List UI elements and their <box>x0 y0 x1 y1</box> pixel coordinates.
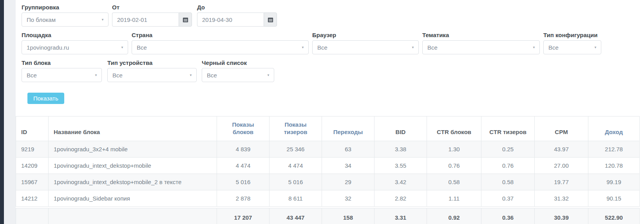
cell-teaser-shows: 4 474 <box>270 158 322 174</box>
country-label: Страна <box>132 32 309 38</box>
theme-value: Все <box>427 44 438 51</box>
calendar-icon <box>183 17 188 23</box>
theme-select[interactable]: Все ▼ <box>422 40 540 54</box>
cell-income: 120.78 <box>588 158 640 174</box>
grouping-select[interactable]: По блокам ▼ <box>22 13 109 27</box>
filter-block-type: Тип блока Все ▼ <box>22 59 102 82</box>
cell-ctr-teasers: 0.25 <box>481 141 535 158</box>
filter-theme: Тематика Все ▼ <box>422 32 540 54</box>
totals-ctr-teasers: 0.36 <box>481 208 535 224</box>
date-from-calendar-button[interactable] <box>179 13 192 27</box>
totals-block-shows: 17 207 <box>217 208 270 224</box>
cell-income: 212.78 <box>588 141 640 158</box>
column-header-clicks[interactable]: Переходы <box>322 116 374 141</box>
filter-date-from: От <box>112 4 192 27</box>
filters-panel: Группировка По блокам ▼ От <box>16 4 644 104</box>
stats-table-totals: 17 207 43 447 158 3.31 0.92 0.36 30.39 5… <box>16 208 640 224</box>
show-button[interactable]: Показать <box>27 93 64 104</box>
column-header-bid: BID <box>374 116 427 141</box>
sidebar-edge <box>0 0 4 224</box>
cell-ctr-blocks: 1.11 <box>427 190 481 207</box>
cell-id: 14209 <box>16 158 49 174</box>
chevron-down-icon: ▼ <box>267 73 270 77</box>
blacklist-value: Все <box>207 72 217 79</box>
column-header-teaser-shows[interactable]: Показы тизеров <box>270 116 322 141</box>
block-type-select[interactable]: Все ▼ <box>22 68 102 82</box>
date-to-calendar-button[interactable] <box>264 13 277 27</box>
cell-ctr-blocks: 0.58 <box>427 174 481 190</box>
cell-clicks: 29 <box>322 174 374 190</box>
stats-table-wrap: ID Название блока Показы блоков Показы т… <box>16 116 644 224</box>
config-type-select[interactable]: Все ▼ <box>543 40 601 54</box>
platform-select[interactable]: 1povinogradu.ru ▼ <box>22 40 128 54</box>
config-type-value: Все <box>548 44 559 51</box>
column-header-block-shows[interactable]: Показы блоков <box>217 116 270 141</box>
device-type-select[interactable]: Все ▼ <box>107 68 197 82</box>
cell-cpm: 31.32 <box>535 190 588 207</box>
cell-bid: 3.38 <box>374 141 427 158</box>
country-select[interactable]: Все ▼ <box>132 40 309 54</box>
cell-ctr-teasers: 0.76 <box>481 158 535 174</box>
chevron-down-icon: ▼ <box>301 46 304 49</box>
cell-ctr-blocks: 1.30 <box>427 141 481 158</box>
totals-ctr-blocks: 0.92 <box>427 208 481 224</box>
totals-empty-cell <box>16 208 49 224</box>
calendar-icon <box>268 17 273 23</box>
totals-cpm: 30.39 <box>535 208 588 224</box>
blacklist-select[interactable]: Все ▼ <box>202 68 274 82</box>
filter-grouping: Группировка По блокам ▼ <box>22 4 109 27</box>
cell-ctr-blocks: 0.76 <box>427 158 481 174</box>
chevron-down-icon: ▼ <box>594 46 597 49</box>
theme-label: Тематика <box>422 32 540 38</box>
platform-label: Площадка <box>22 32 128 38</box>
platform-value: 1povinogradu.ru <box>27 44 69 51</box>
country-value: Все <box>137 44 147 51</box>
block-type-label: Тип блока <box>22 59 102 66</box>
cell-name: 1povinogradu_3x2+4 mobile <box>49 141 217 158</box>
stats-page: Группировка По блокам ▼ От <box>0 0 644 224</box>
totals-bid: 3.31 <box>374 208 427 224</box>
block-type-value: Все <box>27 72 37 79</box>
filter-row-2: Площадка 1povinogradu.ru ▼ Страна Все ▼ … <box>22 32 644 54</box>
table-row: 9219 1povinogradu_3x2+4 mobile 4 839 25 … <box>16 141 640 158</box>
table-row: 15967 1povinogradu_intext_dekstop+mobile… <box>16 174 640 190</box>
totals-teaser-shows: 43 447 <box>270 208 322 224</box>
cell-ctr-teasers: 0.37 <box>481 190 535 207</box>
chevron-down-icon: ▼ <box>532 46 535 49</box>
date-from-input[interactable] <box>112 13 179 27</box>
cell-clicks: 34 <box>322 158 374 174</box>
table-row: 14209 1povinogradu_intext_dekstop+mobile… <box>16 158 640 174</box>
cell-name: 1povinogradu_intext_dekstop+mobile_2 в т… <box>49 174 217 190</box>
cell-block-shows: 2 878 <box>217 190 270 207</box>
date-to-input[interactable] <box>197 13 264 27</box>
column-header-ctr-blocks: CTR блоков <box>427 116 481 141</box>
browser-select[interactable]: Все ▼ <box>312 40 419 54</box>
table-header-row: ID Название блока Показы блоков Показы т… <box>16 116 640 141</box>
date-from-label: От <box>112 4 192 11</box>
column-header-cpm: CPM <box>535 116 588 141</box>
cell-id: 14212 <box>16 190 49 207</box>
cell-ctr-teasers: 0.58 <box>481 174 535 190</box>
chevron-down-icon: ▼ <box>411 46 414 49</box>
cell-block-shows: 4 474 <box>217 158 270 174</box>
totals-row: 17 207 43 447 158 3.31 0.92 0.36 30.39 5… <box>16 208 640 224</box>
cell-name: 1povinogradu_Sidebar копия <box>49 190 217 207</box>
filter-blacklist: Черный список Все ▼ <box>202 59 274 82</box>
filter-config-type: Тип конфигурации Все ▼ <box>543 32 601 54</box>
filter-row-3: Тип блока Все ▼ Тип устройства Все ▼ Чер… <box>22 59 644 82</box>
date-from-group <box>112 13 192 27</box>
table-row: 14212 1povinogradu_Sidebar копия 2 878 8… <box>16 190 640 207</box>
cell-name: 1povinogradu_intext_dekstop+mobile <box>49 158 217 174</box>
cell-block-shows: 4 839 <box>217 141 270 158</box>
browser-value: Все <box>317 44 327 51</box>
date-to-label: До <box>197 4 277 11</box>
cell-id: 9219 <box>16 141 49 158</box>
cell-income: 90.15 <box>588 190 640 207</box>
filter-row-1: Группировка По блокам ▼ От <box>22 4 644 27</box>
chevron-down-icon: ▼ <box>121 46 124 49</box>
column-header-income[interactable]: Доход <box>588 116 640 141</box>
filter-device-type: Тип устройства Все ▼ <box>107 59 197 82</box>
cell-teaser-shows: 8 611 <box>270 190 322 207</box>
chevron-down-icon: ▼ <box>189 73 192 77</box>
blacklist-label: Черный список <box>202 59 274 66</box>
